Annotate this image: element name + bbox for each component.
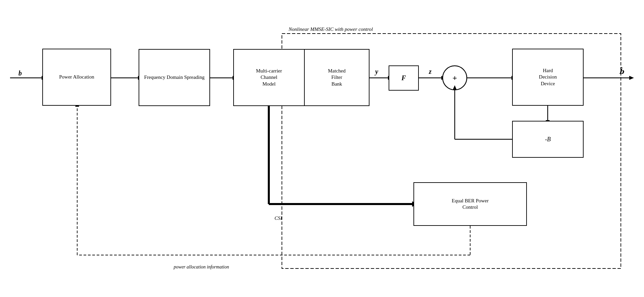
b-input-label: b [18,69,22,77]
equal-ber-label: Equal BER PowerControl [452,198,489,211]
b-hat-label: b̂ [619,67,625,75]
f-block: F [389,65,419,91]
freq-domain-label: Frequency Domain Spreading [144,74,205,81]
diagram-container: Nonlinear MMSE-SIC with power control + [0,0,644,297]
power-allocation-block: Power Allocation [42,49,111,106]
equal-ber-power-control-block: Equal BER PowerControl [413,182,527,226]
svg-marker-19 [629,76,634,80]
csi-label: CSI [275,215,283,221]
svg-text:+: + [452,73,457,82]
power-allocation-label: Power Allocation [59,74,94,81]
hard-decision-device-block: HardDecisionDevice [512,49,584,106]
matched-filter-bank-block: MatchedFilterBank [304,49,369,106]
power-alloc-info-label: power allocation information [174,264,229,269]
multicarrier-label: Multi-carrierChannelModel [256,68,282,88]
matched-filter-label: MatchedFilterBank [328,68,345,88]
freq-domain-spreading-block: Frequency Domain Spreading [139,49,210,106]
neg-b-block: -B [512,121,584,158]
f-label: F [401,74,406,82]
y-signal-label: y [375,68,378,76]
z-signal-label: z [429,68,432,75]
neg-b-label: -B [545,136,551,143]
nonlinear-title-label: Nonlinear MMSE-SIC with power control [288,27,373,32]
multicarrier-channel-block: Multi-carrierChannelModel [233,49,305,106]
hard-decision-label: HardDecisionDevice [539,67,557,87]
